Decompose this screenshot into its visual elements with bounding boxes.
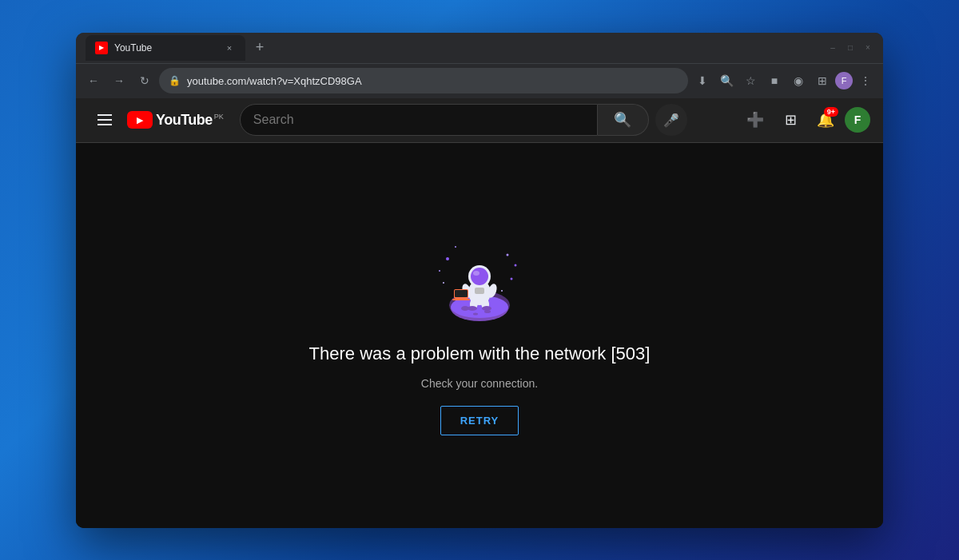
- extension1-icon[interactable]: ■: [763, 70, 786, 92]
- youtube-content-area: There was a problem with the network [50…: [76, 143, 883, 528]
- youtube-search-area: 🔍 🎤: [240, 104, 687, 136]
- svg-rect-23: [452, 299, 470, 300]
- create-button[interactable]: ➕: [739, 104, 771, 136]
- error-illustration: [432, 235, 527, 331]
- minimize-button[interactable]: –: [827, 42, 838, 54]
- search-input-wrapper[interactable]: [240, 104, 598, 136]
- svg-point-7: [506, 254, 508, 256]
- tab-favicon-icon: [95, 42, 108, 54]
- maximize-button[interactable]: □: [845, 42, 856, 54]
- back-button[interactable]: ←: [82, 70, 105, 92]
- forward-button[interactable]: →: [108, 70, 130, 92]
- close-button[interactable]: ×: [862, 42, 873, 54]
- lock-icon: 🔒: [169, 75, 181, 86]
- svg-point-11: [501, 290, 503, 292]
- tab-title: YouTube: [114, 42, 217, 54]
- hamburger-menu-button[interactable]: [89, 104, 121, 136]
- svg-rect-18: [475, 288, 484, 294]
- svg-point-27: [482, 306, 491, 311]
- new-tab-button[interactable]: +: [249, 37, 271, 59]
- svg-point-6: [446, 257, 449, 260]
- retry-button[interactable]: RETRY: [440, 406, 519, 435]
- hamburger-icon: [97, 114, 112, 125]
- browser-profile-avatar[interactable]: F: [835, 72, 853, 89]
- address-bar: ← → ↻ 🔒 youtube.com/watch?v=XqhtzCD98GA …: [76, 63, 883, 98]
- svg-point-9: [510, 278, 512, 280]
- tab-close-button[interactable]: ×: [223, 42, 236, 54]
- microphone-button[interactable]: 🎤: [655, 104, 687, 136]
- extensions-icon[interactable]: ⊞: [811, 70, 834, 92]
- error-subtitle: Check your connection.: [421, 377, 538, 390]
- bookmark-icon[interactable]: ☆: [739, 70, 762, 92]
- reload-button[interactable]: ↻: [133, 70, 156, 92]
- svg-point-8: [443, 282, 444, 284]
- svg-rect-22: [455, 290, 468, 297]
- youtube-logo-icon: [127, 111, 153, 129]
- user-avatar[interactable]: F: [845, 107, 870, 133]
- error-container: There was a problem with the network [50…: [309, 235, 651, 435]
- address-input-area[interactable]: 🔒 youtube.com/watch?v=XqhtzCD98GA: [159, 68, 688, 93]
- address-text: youtube.com/watch?v=XqhtzCD98GA: [187, 75, 678, 87]
- download-icon[interactable]: ⬇: [691, 70, 714, 92]
- extension2-icon[interactable]: ◉: [787, 70, 810, 92]
- error-title: There was a problem with the network [50…: [309, 344, 651, 364]
- svg-point-5: [473, 313, 478, 316]
- youtube-logo-text: YouTubePK: [156, 112, 224, 129]
- youtube-header-actions: ➕ ⊞ 🔔 9+ F: [739, 104, 870, 136]
- search-input[interactable]: [253, 113, 584, 127]
- title-bar: YouTube × + – □ ×: [76, 33, 883, 63]
- tab-area: YouTube × +: [86, 35, 821, 61]
- zoom-icon[interactable]: 🔍: [715, 70, 738, 92]
- youtube-logo[interactable]: YouTubePK: [127, 111, 224, 129]
- create-icon: ➕: [746, 111, 764, 129]
- svg-point-26: [468, 306, 477, 311]
- search-button[interactable]: 🔍: [598, 104, 649, 136]
- browser-menu-button[interactable]: ⋮: [854, 70, 877, 92]
- youtube-header: YouTubePK 🔍 🎤 ➕ ⊞ 🔔 9+: [76, 98, 883, 143]
- browser-window: YouTube × + – □ × ← → ↻ 🔒 youtube.com/wa…: [76, 33, 883, 528]
- window-controls: – □ ×: [827, 42, 873, 54]
- apps-button[interactable]: ⊞: [774, 104, 806, 136]
- browser-actions: ⬇ 🔍 ☆ ■ ◉ ⊞ F ⋮: [691, 70, 877, 92]
- svg-point-12: [514, 264, 516, 267]
- svg-point-10: [455, 246, 456, 248]
- notifications-button[interactable]: 🔔 9+: [810, 104, 842, 136]
- youtube-app: YouTubePK 🔍 🎤 ➕ ⊞ 🔔 9+: [76, 98, 883, 528]
- svg-point-17: [473, 271, 480, 276]
- apps-icon: ⊞: [785, 111, 797, 129]
- active-tab[interactable]: YouTube ×: [86, 35, 245, 61]
- notification-badge: 9+: [824, 107, 838, 117]
- svg-point-16: [471, 268, 488, 285]
- svg-point-13: [439, 270, 440, 272]
